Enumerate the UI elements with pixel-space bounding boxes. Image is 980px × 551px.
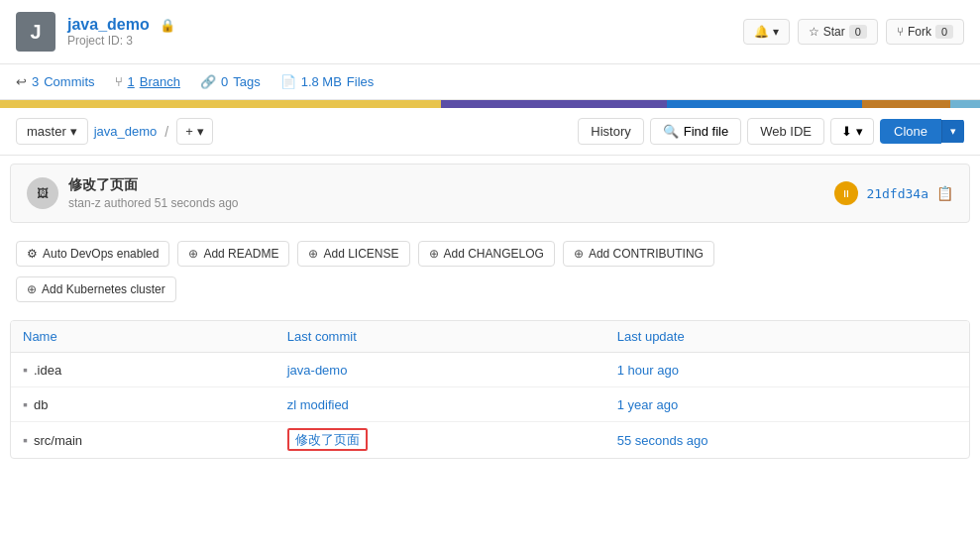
commit-hash[interactable]: 21dfd34a (866, 186, 928, 201)
auto-devops-button[interactable]: ⚙ Auto DevOps enabled (16, 241, 169, 267)
branch-count: 1 (128, 74, 135, 89)
add-license-icon: ⊕ (308, 247, 318, 261)
add-file-button[interactable]: + ▾ (176, 118, 213, 145)
commit-action: authored (104, 196, 151, 210)
avatar-placeholder: 🖼 (37, 186, 49, 200)
commit-meta: stan-z authored 51 seconds ago (68, 196, 238, 210)
fork-count: 0 (935, 25, 953, 39)
commit-avatar: 🖼 (27, 177, 58, 209)
notification-dropdown-icon: ▾ (773, 25, 779, 39)
folder-icon: ▪ (23, 432, 28, 448)
update-time: 55 seconds ago (617, 433, 708, 448)
repo-avatar: J (16, 12, 55, 52)
branch-name: master (27, 124, 66, 139)
file-name-cell: ▪ .idea (11, 353, 275, 387)
commits-count: 3 (32, 74, 39, 89)
add-icon: + (185, 124, 193, 139)
language-segment (862, 100, 950, 108)
commit-link[interactable]: 修改了页面 (287, 428, 368, 451)
table-header-row: Name Last commit Last update (11, 321, 969, 353)
fork-button[interactable]: ⑂ Fork 0 (886, 19, 964, 45)
kubernetes-row: ⊕ Add Kubernetes cluster (0, 276, 980, 312)
file-name[interactable]: ▪ src/main (23, 432, 264, 448)
add-license-button[interactable]: ⊕ Add LICENSE (297, 241, 409, 267)
language-bar (0, 100, 980, 108)
tags-label: Tags (233, 74, 260, 89)
branch-stat[interactable]: ⑂ 1 Branch (115, 74, 180, 89)
gear-icon: ⚙ (27, 247, 38, 261)
add-contributing-label: Add CONTRIBUTING (589, 247, 704, 261)
add-license-label: Add LICENSE (323, 247, 398, 261)
repo-title-section: J java_demo 🔒 Project ID: 3 (16, 12, 175, 52)
file-name[interactable]: ▪ .idea (23, 362, 264, 378)
commit-link[interactable]: java-demo (287, 363, 348, 378)
webide-button[interactable]: Web IDE (747, 118, 824, 145)
star-button[interactable]: ☆ Star 0 (798, 19, 878, 45)
file-name-text[interactable]: db (34, 397, 48, 412)
clone-dropdown-button[interactable]: ▾ (941, 120, 964, 143)
quick-action-buttons: ⚙ Auto DevOps enabled ⊕ Add README ⊕ Add… (0, 231, 980, 276)
commit-link[interactable]: zl modified (287, 397, 349, 412)
add-changelog-label: Add CHANGELOG (444, 247, 544, 261)
tags-stat[interactable]: 🔗 0 Tags (200, 74, 261, 89)
file-name-text[interactable]: src/main (34, 433, 82, 448)
add-readme-label: Add README (203, 247, 278, 261)
add-dropdown-icon: ▾ (197, 124, 204, 139)
file-table: Name Last commit Last update ▪ .idea jav… (11, 321, 969, 458)
language-segment (667, 100, 863, 108)
branch-selector[interactable]: master ▾ (16, 118, 88, 145)
toolbar-left: master ▾ java_demo / + ▾ (16, 118, 213, 145)
commit-left: 🖼 修改了页面 stan-z authored 51 seconds ago (27, 176, 238, 210)
add-changelog-icon: ⊕ (429, 247, 439, 261)
add-readme-button[interactable]: ⊕ Add README (177, 241, 289, 267)
commit-details: 修改了页面 stan-z authored 51 seconds ago (68, 176, 238, 210)
download-icon: ⬇ (841, 124, 852, 139)
tags-icon: 🔗 (200, 74, 216, 89)
language-segment (950, 100, 980, 108)
folder-icon: ▪ (23, 362, 28, 378)
fork-icon: ⑂ (897, 25, 904, 39)
find-label: Find file (684, 124, 729, 139)
file-commit-cell: 修改了页面 (275, 422, 605, 459)
repo-path-link[interactable]: java_demo (94, 124, 158, 139)
table-row: ▪ .idea java-demo1 hour ago (11, 353, 969, 387)
file-update-cell: 1 hour ago (605, 353, 969, 387)
commit-author: stan-z (68, 196, 101, 210)
star-label: Star (823, 25, 845, 39)
add-kubernetes-button[interactable]: ⊕ Add Kubernetes cluster (16, 276, 176, 302)
download-dropdown-icon: ▾ (856, 124, 863, 139)
files-label: Files (347, 74, 374, 89)
auto-devops-label: Auto DevOps enabled (43, 247, 159, 261)
col-update-header: Last update (605, 321, 969, 353)
add-readme-icon: ⊕ (188, 247, 198, 261)
repo-name[interactable]: java_demo (67, 16, 150, 34)
update-time: 1 year ago (617, 397, 678, 412)
clone-main-button[interactable]: Clone (880, 119, 941, 144)
commits-label: Commits (44, 74, 94, 89)
path-separator: / (164, 124, 168, 140)
add-contributing-icon: ⊕ (574, 247, 584, 261)
find-file-button[interactable]: 🔍 Find file (650, 118, 742, 145)
copy-hash-icon[interactable]: 📋 (936, 185, 953, 201)
file-table-wrapper: Name Last commit Last update ▪ .idea jav… (10, 320, 970, 459)
add-changelog-button[interactable]: ⊕ Add CHANGELOG (418, 241, 555, 267)
files-stat[interactable]: 📄 1.8 MB Files (280, 74, 375, 89)
commit-message[interactable]: 修改了页面 (68, 176, 238, 194)
history-button[interactable]: History (578, 118, 643, 145)
files-icon: 📄 (280, 74, 296, 89)
file-name-text[interactable]: .idea (34, 363, 61, 378)
repo-info: java_demo 🔒 Project ID: 3 (67, 16, 175, 48)
files-size: 1.8 MB (301, 74, 342, 89)
update-time: 1 hour ago (617, 363, 679, 378)
add-contributing-button[interactable]: ⊕ Add CONTRIBUTING (563, 241, 714, 267)
notification-button[interactable]: 🔔 ▾ (743, 19, 790, 45)
file-name[interactable]: ▪ db (23, 396, 264, 412)
commits-stat[interactable]: ↩ 3 Commits (16, 74, 95, 89)
table-row: ▪ db zl modified1 year ago (11, 387, 969, 422)
download-button[interactable]: ⬇ ▾ (830, 118, 874, 145)
file-update-cell: 1 year ago (605, 387, 969, 422)
clone-button[interactable]: Clone ▾ (880, 119, 964, 144)
header-actions: 🔔 ▾ ☆ Star 0 ⑂ Fork 0 (743, 19, 964, 45)
col-commit-header: Last commit (275, 321, 605, 353)
file-commit-cell: java-demo (275, 353, 605, 387)
